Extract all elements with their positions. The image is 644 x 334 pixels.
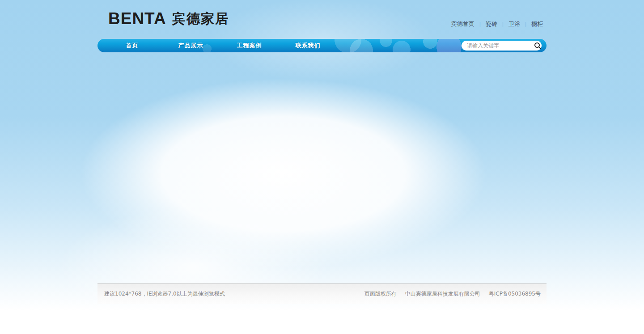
logo-chinese-text: 宾德家居 (172, 10, 229, 28)
link-separator: | (502, 21, 504, 27)
nav-item-products[interactable]: 产品展示 (161, 39, 220, 52)
top-utility-links: 宾德首页 | 瓷砖 | 卫浴 | 橱柜 (450, 20, 544, 28)
top-link-bathroom[interactable]: 卫浴 (508, 20, 521, 28)
footer-company-name: 中山宾德家居科技发展有限公司 (405, 290, 480, 298)
search-button[interactable] (534, 41, 542, 51)
logo-latin-text: BENTA (108, 9, 166, 28)
nav-item-projects[interactable]: 工程案例 (220, 39, 279, 52)
search-input[interactable] (467, 42, 534, 50)
nav-item-contact[interactable]: 联系我们 (279, 39, 337, 52)
search-box (462, 41, 542, 51)
main-navbar: 首页 产品展示 工程案例 联系我们 (97, 39, 547, 52)
footer-icp-number: 粤ICP备05036895号 (489, 290, 541, 298)
footer-copyright: 页面版权所有 中山宾德家居科技发展有限公司 粤ICP备05036895号 (364, 290, 541, 298)
link-separator: | (479, 21, 481, 27)
link-separator: | (525, 21, 526, 27)
footer: 建议1024*768，IE浏览器7.0以上为最佳浏览模式 页面版权所有 中山宾德… (97, 283, 547, 304)
nav-item-home[interactable]: 首页 (103, 39, 161, 52)
page-container: BENTA 宾德家居 宾德首页 | 瓷砖 | 卫浴 | 橱柜 首页 产品展示 工… (97, 0, 547, 334)
company-logo[interactable]: BENTA 宾德家居 (108, 9, 229, 28)
search-icon (534, 42, 542, 50)
main-content-area (97, 52, 547, 283)
header: BENTA 宾德家居 宾德首页 | 瓷砖 | 卫浴 | 橱柜 (97, 0, 547, 39)
top-link-benta-home[interactable]: 宾德首页 (450, 20, 475, 28)
top-link-cabinets[interactable]: 橱柜 (530, 20, 544, 28)
footer-browser-note: 建议1024*768，IE浏览器7.0以上为最佳浏览模式 (104, 290, 225, 298)
footer-copyright-label: 页面版权所有 (364, 290, 397, 298)
top-link-tiles[interactable]: 瓷砖 (485, 20, 498, 28)
